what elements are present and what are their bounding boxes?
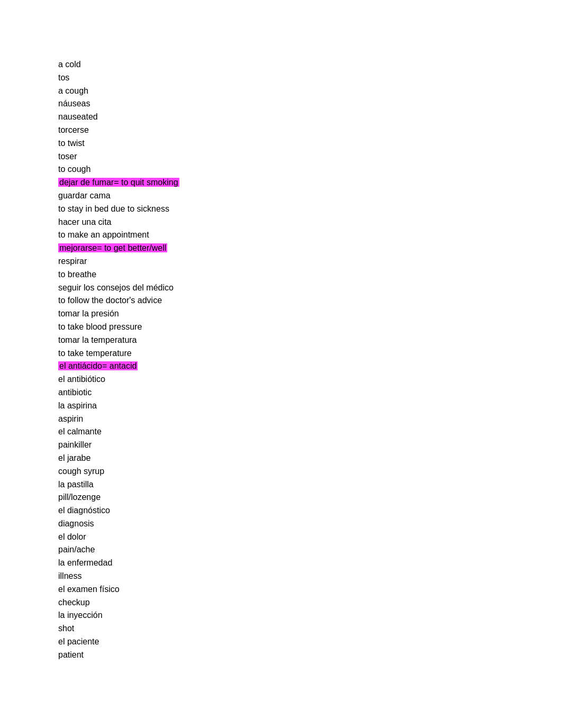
vocab-item-checkup: checkup — [58, 596, 562, 609]
highlighted-text-el-antiacido: el antiácido= antacid — [58, 361, 138, 370]
vocab-item-illness: illness — [58, 570, 562, 583]
vocab-item-respirar: respirar — [58, 255, 562, 268]
vocab-item-patient: patient — [58, 649, 562, 662]
vocab-item-el-dolor: el dolor — [58, 531, 562, 544]
vocab-item-painkiller: painkiller — [58, 439, 562, 452]
highlighted-text-dejar-de-fumar: dejar de fumar= to quit smoking — [58, 178, 179, 187]
vocab-item-a-cold: a cold — [58, 58, 562, 71]
vocab-item-to-take-blood-pressure: to take blood pressure — [58, 321, 562, 334]
vocab-item-pain-ache: pain/ache — [58, 543, 562, 557]
vocab-item-to-make-appointment: to make an appointment — [58, 229, 562, 242]
vocab-item-seguir-los-consejos: seguir los consejos del médico — [58, 281, 562, 295]
vocab-item-shot: shot — [58, 622, 562, 635]
vocab-item-toser: toser — [58, 150, 562, 163]
vocab-item-guardar-cama: guardar cama — [58, 189, 562, 203]
vocab-item-el-paciente: el paciente — [58, 635, 562, 649]
vocab-item-pill-lozenge: pill/lozenge — [58, 491, 562, 504]
vocab-item-el-antiacido: el antiácido= antacid — [58, 360, 562, 373]
vocab-item-tomar-la-presion: tomar la presión — [58, 307, 562, 321]
vocab-item-tomar-la-temperatura: tomar la temperatura — [58, 334, 562, 347]
highlighted-text-mejorarse: mejorarse= to get better/well — [58, 243, 167, 252]
vocab-item-el-examen-fisico: el examen físico — [58, 583, 562, 596]
vocab-item-el-diagnostico: el diagnóstico — [58, 504, 562, 517]
vocab-item-diagnosis: diagnosis — [58, 517, 562, 531]
vocab-item-el-calmante: el calmante — [58, 425, 562, 439]
vocab-item-to-twist: to twist — [58, 137, 562, 150]
vocab-item-nauseated: nauseated — [58, 111, 562, 124]
vocab-item-antibiotic: antibiotic — [58, 386, 562, 399]
vocab-item-to-breathe: to breathe — [58, 268, 562, 281]
vocab-item-la-aspirina: la aspirina — [58, 399, 562, 413]
vocab-item-torcerse: torcerse — [58, 124, 562, 137]
vocab-item-la-enfermedad: la enfermedad — [58, 557, 562, 570]
vocab-item-dejar-de-fumar: dejar de fumar= to quit smoking — [58, 176, 562, 189]
vocab-item-hacer-una-cita: hacer una cita — [58, 216, 562, 229]
vocab-item-cough-syrup: cough syrup — [58, 465, 562, 478]
vocab-item-to-stay-in-bed: to stay in bed due to sickness — [58, 203, 562, 216]
vocabulary-list: a coldtosa coughnáuseasnauseatedtorcerse… — [58, 58, 562, 662]
vocab-item-la-inyeccion: la inyección — [58, 609, 562, 622]
vocab-item-nauseas: náuseas — [58, 97, 562, 111]
vocab-item-aspirin: aspirin — [58, 413, 562, 426]
vocab-item-to-follow-doctors-advice: to follow the doctor's advice — [58, 294, 562, 307]
vocab-item-to-take-temperature: to take temperature — [58, 347, 562, 360]
vocab-item-el-jarabe: el jarabe — [58, 452, 562, 465]
vocab-item-la-pastilla: la pastilla — [58, 478, 562, 492]
vocab-item-mejorarse: mejorarse= to get better/well — [58, 242, 562, 255]
vocab-item-tos: tos — [58, 71, 562, 85]
vocab-item-a-cough: a cough — [58, 85, 562, 98]
vocab-item-to-cough: to cough — [58, 163, 562, 176]
vocab-item-el-antibiotico: el antibiótico — [58, 373, 562, 386]
